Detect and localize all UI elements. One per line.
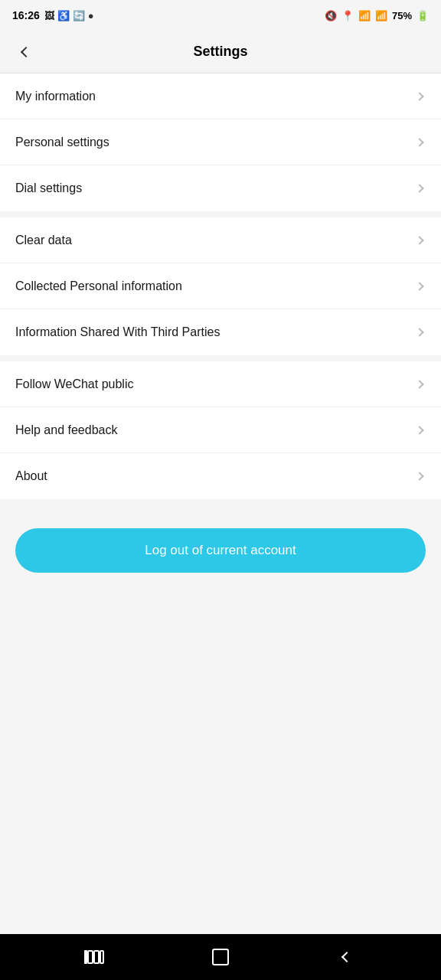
back-button[interactable] [12, 38, 40, 66]
page-title: Settings [193, 44, 247, 60]
nav-back-arrow-icon [341, 952, 352, 962]
mute-icon: 🔇 [325, 10, 337, 21]
svg-rect-2 [100, 951, 103, 963]
chevron-right-icon [415, 426, 423, 434]
menu-item-label: Collected Personal information [15, 279, 182, 293]
menu-item-information-shared[interactable]: Information Shared With Third Parties [0, 309, 441, 355]
menu-item-label: About [15, 469, 47, 483]
chevron-right-icon [415, 472, 423, 480]
navigation-bar [0, 934, 441, 980]
menu-item-label: Help and feedback [15, 423, 117, 437]
svg-rect-1 [94, 951, 99, 963]
nav-back-button[interactable] [332, 942, 362, 972]
battery-icon: 🔋 [416, 10, 429, 21]
menu-group-2: Clear data Collected Personal informatio… [0, 217, 441, 355]
menu-item-help-feedback[interactable]: Help and feedback [0, 407, 441, 453]
menu-item-label: My information [15, 90, 96, 103]
chevron-right-icon [415, 138, 423, 146]
page-header: Settings [0, 31, 441, 74]
status-right-icons: 🔇 📍 📶 📶 75% 🔋 [325, 10, 429, 21]
status-notification-icons: 🖼 ♿ 🔄 ● [44, 10, 94, 21]
logout-container: Log out of current account [0, 505, 441, 596]
home-icon [212, 949, 229, 965]
chevron-right-icon [415, 380, 423, 388]
photo-icon: 🖼 [44, 10, 54, 21]
battery-text: 75% [392, 10, 412, 21]
recents-icon-svg [87, 950, 104, 964]
svg-rect-0 [88, 951, 93, 963]
dot-icon: ● [88, 10, 94, 21]
wifi-icon: 📶 [358, 10, 371, 21]
menu-item-label: Follow WeChat public [15, 377, 133, 391]
chevron-right-icon [415, 328, 423, 336]
chevron-right-icon [415, 92, 423, 100]
back-arrow-icon [21, 46, 31, 57]
logout-button[interactable]: Log out of current account [15, 528, 426, 573]
menu-item-personal-settings[interactable]: Personal settings [0, 119, 441, 165]
menu-item-follow-wechat[interactable]: Follow WeChat public [0, 361, 441, 407]
menu-item-my-information[interactable]: My information [0, 74, 441, 119]
nav-recents-button[interactable] [79, 942, 109, 972]
chevron-right-icon [415, 236, 423, 244]
sync-icon: 🔄 [73, 10, 85, 21]
accessibility-icon: ♿ [57, 10, 70, 21]
menu-item-about[interactable]: About [0, 453, 441, 499]
menu-group-1: My information Personal settings Dial se… [0, 74, 441, 211]
menu-item-label: Dial settings [15, 181, 82, 195]
menu-item-label: Information Shared With Third Parties [15, 325, 220, 339]
chevron-right-icon [415, 184, 423, 192]
menu-item-collected-personal-info[interactable]: Collected Personal information [0, 263, 441, 309]
chevron-right-icon [415, 282, 423, 290]
menu-item-dial-settings[interactable]: Dial settings [0, 165, 441, 211]
signal-icon: 📶 [375, 10, 387, 21]
menu-item-label: Clear data [15, 234, 72, 247]
menu-content: My information Personal settings Dial se… [0, 74, 441, 934]
menu-group-3: Follow WeChat public Help and feedback A… [0, 361, 441, 499]
status-bar: 16:26 🖼 ♿ 🔄 ● 🔇 📍 📶 📶 75% 🔋 [0, 0, 441, 31]
nav-home-button[interactable] [205, 942, 236, 972]
location-icon: 📍 [341, 10, 354, 21]
status-time: 16:26 [12, 9, 40, 21]
menu-item-clear-data[interactable]: Clear data [0, 217, 441, 263]
menu-item-label: Personal settings [15, 136, 109, 149]
